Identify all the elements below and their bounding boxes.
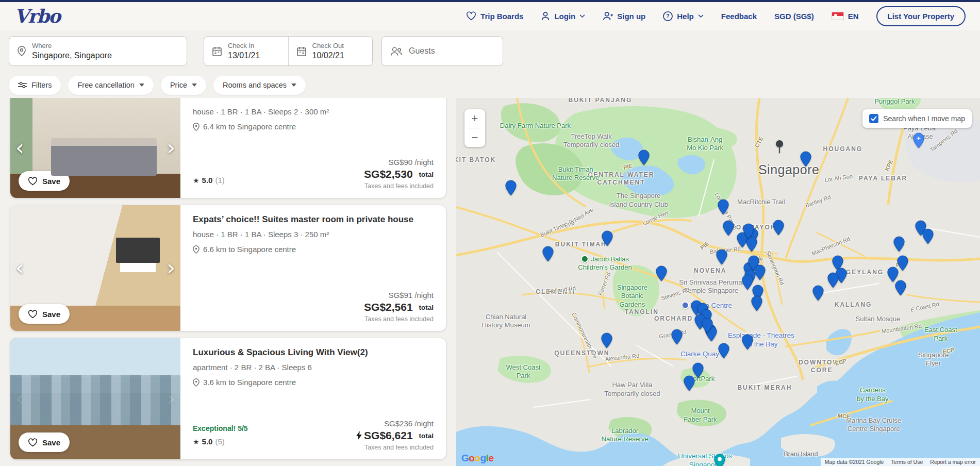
attribution-item[interactable]: Map data ©2021 Google xyxy=(825,459,884,465)
listing-map-pin[interactable] xyxy=(742,223,754,241)
guests-placeholder: Guests xyxy=(409,46,435,56)
search-when-move-map-toggle[interactable]: Search when I move map xyxy=(862,109,972,128)
city-map-pin[interactable] xyxy=(775,140,784,156)
listing-title[interactable]: Luxurious & Spacious Living With View(2) xyxy=(193,347,434,358)
sign-up-link[interactable]: Sign up xyxy=(603,11,645,21)
vrbo-logo[interactable]: Vrbo xyxy=(14,7,60,25)
listing-map-pin[interactable] xyxy=(723,220,735,238)
header-nav: Trip Boards Login Sign up ? Help Feedbac… xyxy=(466,6,966,26)
price-filter[interactable]: Price xyxy=(161,76,206,95)
total-label: total xyxy=(419,304,434,311)
guests-field[interactable]: Guests xyxy=(381,36,503,66)
listing-map-pin[interactable] xyxy=(505,180,517,198)
help-menu[interactable]: ? Help xyxy=(663,11,704,21)
per-night-label: /night xyxy=(414,419,434,428)
lightning-icon xyxy=(356,431,362,440)
total-label: total xyxy=(419,171,434,178)
map-zoom-in-button[interactable]: + xyxy=(464,109,485,128)
listing-card[interactable]: ‹ › Save Expats’ choice!! Suites master … xyxy=(10,205,446,331)
map-pins: ✈ xyxy=(456,98,980,466)
review-count: (5) xyxy=(215,437,224,446)
header: Vrbo Trip Boards Login Sign up ? Help Fe… xyxy=(0,2,980,30)
map-zoom-out-button[interactable]: − xyxy=(464,128,485,147)
map-zoom-control: + − xyxy=(464,109,485,147)
attribution-item[interactable]: Report a map error xyxy=(930,459,976,465)
listing-map-pin[interactable] xyxy=(718,199,729,217)
free-cancellation-filter[interactable]: Free cancellation xyxy=(68,76,153,95)
listing-map-pin[interactable] xyxy=(671,329,683,347)
listing-results: ‹ › Save house · 1 BR · 1 BA · Sleeps 2 … xyxy=(0,98,456,466)
rating-value: 5.0 xyxy=(202,437,213,446)
check-in-field[interactable]: Check In 13/01/21 xyxy=(204,37,288,65)
listing-photo: ‹ › Save xyxy=(10,98,180,198)
listing-map-pin[interactable] xyxy=(684,375,695,393)
feedback-link[interactable]: Feedback xyxy=(721,12,757,21)
carousel-next-button[interactable]: › xyxy=(162,137,179,159)
currency-selector[interactable]: SGD (SG$) xyxy=(774,12,814,21)
carousel-prev-button[interactable]: ‹ xyxy=(11,388,28,410)
map[interactable]: BUKIT PANJANGBUKIT BATOKCENTRAL WATER CA… xyxy=(456,98,980,466)
carousel-next-button[interactable]: › xyxy=(162,388,179,410)
where-label: Where xyxy=(32,42,112,50)
save-button[interactable]: Save xyxy=(19,432,70,452)
calendar-icon xyxy=(297,46,306,56)
language-selector[interactable]: EN xyxy=(832,12,859,21)
taxes-note: Taxes and fees included xyxy=(364,182,434,190)
listing-map-pin[interactable] xyxy=(601,332,612,351)
save-button[interactable]: Save xyxy=(19,304,70,324)
distance-text: 6.6 km to Singapore centre xyxy=(203,245,296,254)
listing-card[interactable]: ‹ › Save Luxurious & Spacious Living Wit… xyxy=(10,338,446,459)
question-circle-icon: ? xyxy=(663,11,673,21)
rating-value: 5.0 xyxy=(202,176,213,185)
carousel-prev-button[interactable]: ‹ xyxy=(11,137,28,159)
listing-map-pin[interactable] xyxy=(718,343,730,361)
save-button[interactable]: Save xyxy=(19,171,70,191)
airport-map-pin[interactable]: ✈ xyxy=(913,132,925,151)
listing-map-pin[interactable] xyxy=(542,246,554,264)
listing-map-pin[interactable] xyxy=(656,265,668,284)
listing-map-pin[interactable] xyxy=(827,272,839,290)
price-night: SG$91 xyxy=(388,291,412,299)
listing-map-pin[interactable] xyxy=(894,280,906,298)
filters-button[interactable]: Filters xyxy=(9,76,61,95)
trip-boards-link[interactable]: Trip Boards xyxy=(466,11,523,21)
login-menu[interactable]: Login xyxy=(541,11,585,21)
chevron-down-icon xyxy=(579,14,585,18)
carousel-next-button[interactable]: › xyxy=(162,257,179,279)
check-out-field[interactable]: Check Out 10/02/21 xyxy=(288,37,373,65)
map-attribution: Map data ©2021 GoogleTerms of UseReport … xyxy=(821,458,980,466)
per-night-label: /night xyxy=(414,158,434,167)
listing-card[interactable]: ‹ › Save house · 1 BR · 1 BA · Sleeps 2 … xyxy=(10,98,446,198)
taxes-note: Taxes and fees included xyxy=(364,315,434,323)
listing-map-pin[interactable] xyxy=(601,230,613,248)
listing-rating: ★ 5.0 (5) xyxy=(193,437,225,446)
listing-map-pin[interactable] xyxy=(800,151,811,169)
svg-text:✈: ✈ xyxy=(917,135,921,141)
listing-map-pin[interactable] xyxy=(638,149,650,168)
checkbox-checked-icon[interactable] xyxy=(869,114,878,123)
attraction-map-pin[interactable] xyxy=(714,454,726,466)
listing-map-pin[interactable] xyxy=(812,285,824,303)
calendar-icon xyxy=(212,46,222,56)
user-icon xyxy=(541,11,550,21)
price-block: SG$236 /night SG$6,621 total Taxes and f… xyxy=(356,419,434,451)
taxes-note: Taxes and fees included xyxy=(356,444,434,451)
listing-map-pin[interactable] xyxy=(893,236,905,254)
listing-map-pin[interactable] xyxy=(741,334,753,352)
carousel-prev-button[interactable]: ‹ xyxy=(11,257,28,279)
listing-map-pin[interactable] xyxy=(751,295,763,313)
listing-map-pin[interactable] xyxy=(754,264,766,282)
listing-title[interactable]: Expats’ choice!! Suites master room in p… xyxy=(193,214,434,225)
listing-map-pin[interactable] xyxy=(772,220,784,238)
rooms-and-spaces-filter[interactable]: Rooms and spaces xyxy=(213,76,306,95)
listing-meta: house · 1 BR · 1 BA · Sleeps 3 · 250 m² xyxy=(193,230,434,239)
listing-map-pin[interactable] xyxy=(716,249,728,267)
price-total: SG$6,621 xyxy=(364,429,413,442)
attribution-item[interactable]: Terms of Use xyxy=(891,459,923,465)
listing-map-pin[interactable] xyxy=(922,228,934,246)
destination-field[interactable]: Where Singapore, Singapore xyxy=(9,36,187,66)
listing-map-pin[interactable] xyxy=(701,318,713,336)
save-label: Save xyxy=(42,438,60,447)
list-your-property-button[interactable]: List Your Property xyxy=(876,6,966,26)
listing-meta: house · 1 BR · 1 BA · Sleeps 2 · 300 m² xyxy=(193,107,434,116)
